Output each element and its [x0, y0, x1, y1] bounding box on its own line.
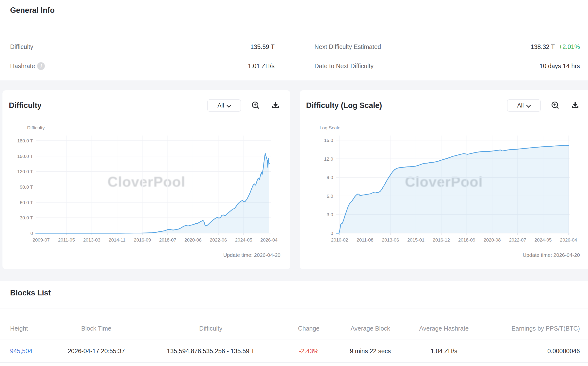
difficulty-log-chart-card: CloverPool 2010-022011-082013-062015-012… — [300, 90, 588, 269]
chevron-down-icon — [527, 103, 531, 107]
svg-text:2009-07: 2009-07 — [33, 237, 50, 243]
blocks-list-section: Blocks List Height Block Time Difficulty… — [0, 281, 588, 366]
charts-section: CloverPool 2009-072011-052013-032014-112… — [0, 80, 588, 281]
download-icon — [570, 101, 580, 110]
difficulty-chart-header: Difficulty All — [9, 99, 280, 112]
stat-date-to-next: Date to Next Difficulty 10 days 14 hrs — [314, 61, 580, 71]
svg-text:60.0 T: 60.0 T — [20, 200, 33, 205]
range-select[interactable]: All — [507, 99, 541, 112]
difficulty-chart-card: CloverPool 2009-072011-052013-032014-112… — [2, 90, 290, 269]
svg-text:6.0: 6.0 — [327, 194, 333, 199]
stat-hashrate-label-text: Hashrate — [10, 62, 35, 70]
svg-text:2026-04: 2026-04 — [260, 237, 278, 243]
general-info-title: General Info — [10, 6, 55, 15]
svg-text:2013-06: 2013-06 — [382, 237, 399, 243]
download-icon — [271, 101, 280, 110]
svg-text:30.0 T: 30.0 T — [20, 215, 33, 220]
stat-difficulty: Difficulty 135.59 T — [10, 41, 275, 52]
cell-average-block: 9 mins 22 secs — [333, 348, 408, 355]
col-average-hashrate: Average Hashrate — [408, 325, 480, 332]
difficulty-log-chart: 2010-022011-082013-062015-012016-122018-… — [300, 90, 588, 269]
download-button[interactable] — [570, 101, 580, 110]
svg-text:2016-12: 2016-12 — [433, 237, 450, 243]
svg-text:2020-08: 2020-08 — [484, 237, 501, 243]
svg-text:2026-04: 2026-04 — [560, 237, 577, 243]
zoom-in-icon — [551, 101, 560, 110]
svg-text:2011-05: 2011-05 — [58, 237, 75, 243]
range-select-value: All — [517, 102, 524, 109]
col-change: Change — [285, 325, 333, 332]
svg-text:2018-09: 2018-09 — [458, 237, 475, 243]
chart-title: Difficulty — [9, 101, 42, 110]
svg-text:2022-06: 2022-06 — [210, 237, 227, 243]
stat-hashrate-label: Hashrate — [10, 62, 45, 70]
svg-text:2024-05: 2024-05 — [535, 237, 552, 243]
zoom-in-button[interactable] — [251, 101, 261, 110]
general-info-section: General Info Difficulty 135.59 T Hashrat… — [0, 0, 588, 80]
col-height: Height — [10, 325, 56, 332]
stat-hashrate-value: 1.01 ZH/s — [248, 62, 275, 70]
stat-next-difficulty-change: +2.01% — [559, 43, 580, 50]
difficulty-log-chart-header: Difficulty (Log Scale) All — [306, 99, 580, 112]
cell-average-hashrate: 1.04 ZH/s — [408, 348, 480, 355]
svg-text:90.0 T: 90.0 T — [20, 184, 33, 190]
blocks-list-title: Blocks List — [10, 289, 51, 297]
zoom-in-icon — [251, 101, 261, 110]
update-time: Update time: 2026-04-20 — [223, 252, 280, 258]
vertical-divider — [294, 41, 294, 70]
cell-block-time: 2026-04-17 20:55:37 — [56, 348, 137, 355]
svg-text:2024-05: 2024-05 — [235, 237, 252, 243]
svg-text:2016-09: 2016-09 — [134, 237, 151, 243]
svg-text:120.0 T: 120.0 T — [17, 169, 33, 174]
stat-next-difficulty-amount: 138.32 T — [531, 43, 555, 50]
zoom-in-button[interactable] — [551, 101, 560, 110]
svg-text:2013-03: 2013-03 — [83, 237, 100, 243]
chevron-down-icon — [227, 103, 231, 107]
difficulty-chart: 2009-072011-052013-032014-112016-092018-… — [2, 90, 290, 269]
y-axis-title: Difficulty — [27, 125, 45, 131]
svg-text:15.0: 15.0 — [324, 138, 333, 143]
divider — [0, 308, 588, 308]
range-select-value: All — [217, 102, 224, 109]
col-block-time: Block Time — [56, 325, 137, 332]
stat-next-difficulty-value: 138.32 T +2.01% — [531, 43, 580, 50]
stat-difficulty-label: Difficulty — [10, 43, 33, 50]
stat-date-to-next-value: 10 days 14 hrs — [539, 62, 580, 70]
col-earnings: Earnings by PPS/T(BTC) — [480, 325, 580, 332]
svg-text:2015-01: 2015-01 — [407, 237, 425, 243]
svg-text:2010-02: 2010-02 — [331, 237, 348, 243]
y-axis-title: Log Scale — [320, 125, 341, 131]
col-average-block: Average Block — [333, 325, 408, 332]
block-height-link[interactable]: 945,504 — [10, 348, 32, 354]
col-difficulty: Difficulty — [137, 325, 285, 332]
svg-text:0: 0 — [30, 231, 33, 236]
cell-change: -2.43% — [285, 348, 333, 355]
svg-text:12.0: 12.0 — [324, 156, 333, 162]
stat-difficulty-value: 135.59 T — [250, 43, 275, 50]
svg-text:9.0: 9.0 — [327, 175, 333, 180]
stat-next-difficulty: Next Difficulty Estimated 138.32 T +2.01… — [314, 41, 580, 52]
svg-text:2020-06: 2020-06 — [184, 237, 202, 243]
cell-height: 945,504 — [10, 348, 56, 355]
svg-text:180.0 T: 180.0 T — [17, 138, 33, 143]
cell-difficulty: 135,594,876,535,256 - 135.59 T — [137, 348, 285, 355]
stat-date-to-next-label: Date to Next Difficulty — [314, 62, 374, 70]
divider — [9, 26, 579, 26]
svg-text:150.0 T: 150.0 T — [17, 154, 33, 159]
download-button[interactable] — [271, 101, 280, 110]
stat-hashrate: Hashrate 1.01 ZH/s — [10, 61, 275, 71]
blocks-table-header: Height Block Time Difficulty Change Aver… — [0, 318, 588, 339]
stat-next-difficulty-label: Next Difficulty Estimated — [314, 43, 381, 50]
range-select[interactable]: All — [207, 99, 241, 112]
svg-text:2018-07: 2018-07 — [159, 237, 176, 243]
svg-text:0: 0 — [330, 231, 333, 236]
table-row: 945,504 2026-04-17 20:55:37 135,594,876,… — [0, 340, 588, 363]
svg-text:3.0: 3.0 — [327, 212, 333, 217]
svg-text:2014-11: 2014-11 — [109, 237, 125, 243]
update-time: Update time: 2026-04-20 — [523, 252, 580, 258]
svg-text:2011-08: 2011-08 — [357, 237, 373, 243]
info-icon[interactable] — [37, 62, 45, 70]
chart-title: Difficulty (Log Scale) — [306, 101, 382, 110]
cell-earnings: 0.00000046 — [480, 348, 580, 355]
difficulty-stats-page: General Info Difficulty 135.59 T Hashrat… — [0, 0, 588, 366]
